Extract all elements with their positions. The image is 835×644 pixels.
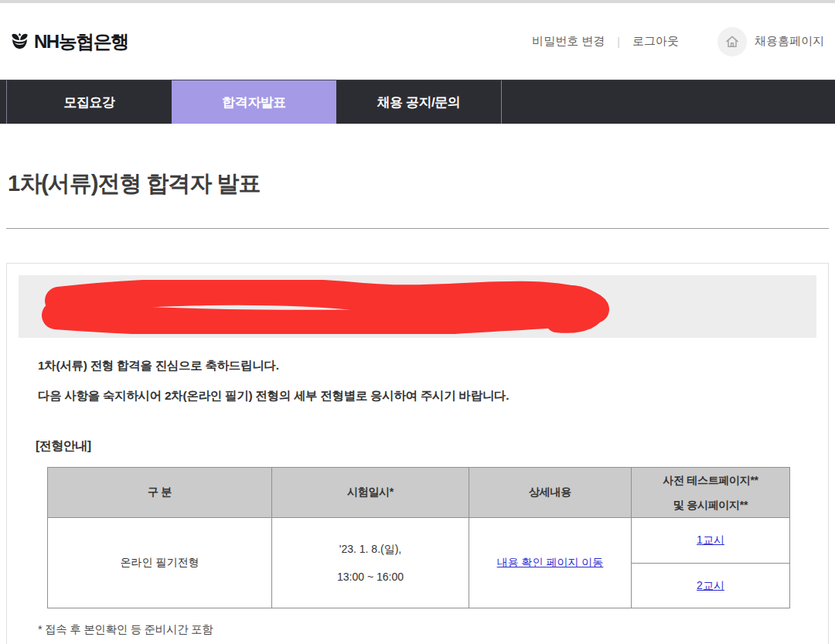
cell-session1: 1교시 — [632, 518, 790, 564]
change-password-link[interactable]: 비밀번호 변경 — [532, 34, 605, 49]
exam-guide-label: [전형안내] — [36, 438, 799, 455]
cell-session2: 2교시 — [632, 563, 790, 608]
logout-link[interactable]: 로그아웃 — [632, 34, 679, 49]
header-utility-links: 비밀번호 변경 | 로그아웃 채용홈페이지 — [532, 27, 824, 56]
exam-time: 13:00 ~ 16:00 — [272, 563, 469, 591]
header-separator: | — [617, 36, 620, 48]
nh-bank-logo[interactable]: NH농협은행 — [9, 29, 128, 54]
cell-exam-datetime: '23. 1. 8.(일), 13:00 ~ 16:00 — [272, 518, 469, 608]
table-header-row: 구 분 시험일시* 상세내용 사전 테스트페이지** 및 응시페이지** — [48, 468, 790, 518]
nav-divider-right — [501, 80, 502, 124]
congrats-line1: 1차(서류) 전형 합격을 진심으로 축하드립니다. — [38, 358, 797, 374]
header-test-page-line2: 및 응시페이지** — [632, 492, 789, 517]
header-category: 구 분 — [48, 468, 272, 518]
cell-category: 온라인 필기전형 — [48, 518, 272, 608]
exam-schedule-table: 구 분 시험일시* 상세내용 사전 테스트페이지** 및 응시페이지** 온라인… — [47, 467, 790, 608]
logo-text: NH농협은행 — [34, 29, 128, 54]
header-test-page-line1: 사전 테스트페이지** — [632, 468, 789, 492]
page-title: 1차(서류)전형 합격자 발표 — [8, 169, 827, 199]
tab-pass-announcement[interactable]: 합격자발표 — [172, 80, 336, 124]
session1-link[interactable]: 1교시 — [697, 533, 724, 546]
footnote-preparation-time: * 접속 후 본인확인 등 준비시간 포함 — [38, 622, 797, 637]
home-icon-circle — [717, 27, 747, 56]
header-test-page: 사전 테스트페이지** 및 응시페이지** — [632, 468, 790, 518]
recruit-homepage-label: 채용홈페이지 — [755, 34, 824, 49]
announcement-box: 1차(서류) 전형 합격을 진심으로 축하드립니다. 다음 사항을 숙지하시어 … — [6, 263, 829, 644]
detail-page-link[interactable]: 내용 확인 페이지 이동 — [497, 556, 604, 568]
exam-date: '23. 1. 8.(일), — [272, 535, 469, 563]
applicant-info-banner — [19, 275, 816, 338]
recruit-homepage-link[interactable]: 채용홈페이지 — [717, 27, 824, 56]
main-content: 1차(서류)전형 합격자 발표 1차(서류) 전형 합격을 진심으로 축하드립니… — [0, 169, 835, 644]
tab-notice-inquiry[interactable]: 채용 공지/문의 — [336, 80, 501, 124]
session2-link[interactable]: 2교시 — [697, 579, 724, 591]
redaction-scribble — [37, 280, 640, 334]
tab-recruitment-guide[interactable]: 모집요강 — [7, 80, 172, 124]
table-body-row-1: 온라인 필기전형 '23. 1. 8.(일), 13:00 ~ 16:00 내용… — [48, 518, 790, 564]
cell-details: 내용 확인 페이지 이동 — [469, 518, 632, 608]
home-icon — [724, 34, 740, 49]
nh-sprout-icon — [9, 31, 30, 52]
header-exam-datetime: 시험일시* — [272, 468, 469, 518]
site-header: NH농협은행 비밀번호 변경 | 로그아웃 채용홈페이지 — [0, 3, 835, 80]
congrats-line2: 다음 사항을 숙지하시어 2차(온라인 필기) 전형의 세부 전형별로 응시하여… — [38, 388, 797, 404]
main-navigation: 모집요강 합격자발표 채용 공지/문의 — [0, 80, 835, 124]
header-details: 상세내용 — [469, 468, 632, 518]
title-divider — [6, 228, 829, 229]
